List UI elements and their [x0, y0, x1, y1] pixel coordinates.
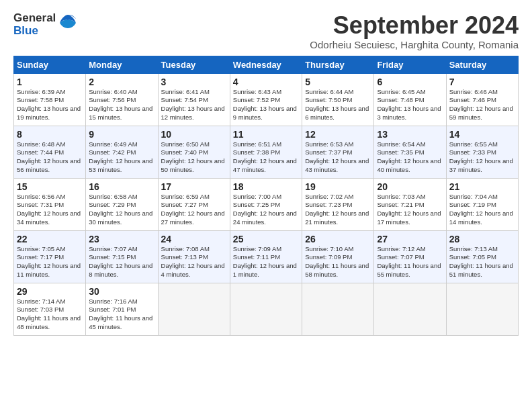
day-info: Sunrise: 7:13 AMSunset: 7:05 PMDaylight:… [449, 245, 513, 278]
day-number: 3 [161, 77, 227, 87]
table-row: 21 Sunrise: 7:04 AMSunset: 7:19 PMDaylig… [446, 178, 518, 230]
table-row: 1 Sunrise: 6:39 AMSunset: 7:58 PMDayligh… [14, 73, 86, 126]
day-info: Sunrise: 6:45 AMSunset: 7:48 PMDaylight:… [377, 88, 441, 121]
week-row-1: 8 Sunrise: 6:48 AMSunset: 7:44 PMDayligh… [14, 126, 519, 178]
table-row: 26 Sunrise: 7:10 AMSunset: 7:09 PMDaylig… [302, 230, 374, 283]
logo-general: General [13, 12, 56, 25]
day-info: Sunrise: 7:10 AMSunset: 7:09 PMDaylight:… [305, 245, 369, 278]
day-info: Sunrise: 7:09 AMSunset: 7:11 PMDaylight:… [233, 245, 297, 278]
day-info: Sunrise: 6:58 AMSunset: 7:29 PMDaylight:… [89, 193, 152, 226]
day-number: 21 [449, 181, 515, 192]
table-row: 12 Sunrise: 6:53 AMSunset: 7:37 PMDaylig… [302, 126, 374, 178]
page: General Blue September 2024 Odorheiu Sec… [0, 0, 532, 342]
day-info: Sunrise: 6:54 AMSunset: 7:35 PMDaylight:… [377, 140, 441, 173]
table-row [302, 283, 374, 335]
table-row [158, 283, 230, 335]
day-number: 13 [377, 129, 443, 140]
day-number: 20 [377, 181, 443, 192]
table-row [374, 283, 446, 335]
month-title: September 2024 [310, 12, 519, 39]
table-row: 19 Sunrise: 7:02 AMSunset: 7:23 PMDaylig… [302, 178, 374, 230]
day-number: 17 [161, 181, 227, 192]
day-number: 6 [377, 77, 443, 87]
day-info: Sunrise: 7:02 AMSunset: 7:23 PMDaylight:… [305, 193, 369, 226]
col-saturday: Saturday [446, 56, 518, 73]
day-number: 2 [89, 77, 154, 87]
table-row: 5 Sunrise: 6:44 AMSunset: 7:50 PMDayligh… [302, 73, 374, 126]
day-number: 19 [305, 181, 371, 192]
logo-text: General Blue [13, 12, 56, 37]
day-info: Sunrise: 6:56 AMSunset: 7:31 PMDaylight:… [17, 193, 81, 226]
day-info: Sunrise: 7:14 AMSunset: 7:03 PMDaylight:… [17, 298, 81, 330]
day-number: 16 [89, 181, 154, 192]
day-number: 1 [17, 77, 83, 87]
table-row: 23 Sunrise: 7:07 AMSunset: 7:15 PMDaylig… [86, 230, 158, 283]
table-row: 24 Sunrise: 7:08 AMSunset: 7:13 PMDaylig… [158, 230, 230, 283]
table-row: 16 Sunrise: 6:58 AMSunset: 7:29 PMDaylig… [86, 178, 158, 230]
table-row: 29 Sunrise: 7:14 AMSunset: 7:03 PMDaylig… [14, 283, 86, 335]
table-row: 18 Sunrise: 7:00 AMSunset: 7:25 PMDaylig… [230, 178, 302, 230]
day-number: 11 [233, 129, 299, 140]
table-row: 30 Sunrise: 7:16 AMSunset: 7:01 PMDaylig… [86, 283, 158, 335]
table-row: 27 Sunrise: 7:12 AMSunset: 7:07 PMDaylig… [374, 230, 446, 283]
day-info: Sunrise: 6:55 AMSunset: 7:33 PMDaylight:… [449, 140, 513, 173]
day-number: 7 [449, 77, 515, 87]
day-info: Sunrise: 6:41 AMSunset: 7:54 PMDaylight:… [161, 88, 225, 121]
day-number: 29 [17, 286, 83, 297]
col-thursday: Thursday [302, 56, 374, 73]
day-info: Sunrise: 6:53 AMSunset: 7:37 PMDaylight:… [305, 140, 369, 173]
logo-blue: Blue [13, 25, 56, 38]
table-row: 22 Sunrise: 7:05 AMSunset: 7:17 PMDaylig… [14, 230, 86, 283]
table-row: 3 Sunrise: 6:41 AMSunset: 7:54 PMDayligh… [158, 73, 230, 126]
day-info: Sunrise: 6:46 AMSunset: 7:46 PMDaylight:… [449, 88, 513, 121]
day-number: 4 [233, 77, 299, 87]
col-friday: Friday [374, 56, 446, 73]
day-info: Sunrise: 6:49 AMSunset: 7:42 PMDaylight:… [89, 140, 152, 173]
title-block: September 2024 Odorheiu Secuiesc, Harghi… [310, 12, 519, 50]
day-info: Sunrise: 7:03 AMSunset: 7:21 PMDaylight:… [377, 193, 441, 226]
day-number: 30 [89, 286, 154, 297]
table-row: 15 Sunrise: 6:56 AMSunset: 7:31 PMDaylig… [14, 178, 86, 230]
day-number: 9 [89, 129, 154, 140]
week-row-2: 15 Sunrise: 6:56 AMSunset: 7:31 PMDaylig… [14, 178, 519, 230]
table-row [230, 283, 302, 335]
day-number: 28 [449, 234, 515, 244]
day-info: Sunrise: 6:44 AMSunset: 7:50 PMDaylight:… [305, 88, 369, 121]
table-row: 4 Sunrise: 6:43 AMSunset: 7:52 PMDayligh… [230, 73, 302, 126]
header-row: Sunday Monday Tuesday Wednesday Thursday… [14, 56, 519, 73]
day-number: 12 [305, 129, 371, 140]
table-row [446, 283, 518, 335]
week-row-0: 1 Sunrise: 6:39 AMSunset: 7:58 PMDayligh… [14, 73, 519, 126]
day-number: 22 [17, 234, 83, 244]
col-sunday: Sunday [14, 56, 86, 73]
day-info: Sunrise: 7:12 AMSunset: 7:07 PMDaylight:… [377, 245, 441, 278]
day-info: Sunrise: 7:00 AMSunset: 7:25 PMDaylight:… [233, 193, 297, 226]
calendar-table: Sunday Monday Tuesday Wednesday Thursday… [13, 56, 519, 336]
table-row: 8 Sunrise: 6:48 AMSunset: 7:44 PMDayligh… [14, 126, 86, 178]
day-info: Sunrise: 7:07 AMSunset: 7:15 PMDaylight:… [89, 245, 152, 278]
table-row: 7 Sunrise: 6:46 AMSunset: 7:46 PMDayligh… [446, 73, 518, 126]
table-row: 9 Sunrise: 6:49 AMSunset: 7:42 PMDayligh… [86, 126, 158, 178]
header: General Blue September 2024 Odorheiu Sec… [13, 12, 519, 50]
col-wednesday: Wednesday [230, 56, 302, 73]
col-monday: Monday [86, 56, 158, 73]
day-info: Sunrise: 6:48 AMSunset: 7:44 PMDaylight:… [17, 140, 81, 173]
day-number: 18 [233, 181, 299, 192]
day-number: 8 [17, 129, 83, 140]
location-title: Odorheiu Secuiesc, Harghita County, Roma… [310, 39, 519, 50]
day-info: Sunrise: 7:05 AMSunset: 7:17 PMDaylight:… [17, 245, 81, 278]
table-row: 28 Sunrise: 7:13 AMSunset: 7:05 PMDaylig… [446, 230, 518, 283]
logo: General Blue [13, 12, 77, 37]
day-info: Sunrise: 6:43 AMSunset: 7:52 PMDaylight:… [233, 88, 297, 121]
table-row: 6 Sunrise: 6:45 AMSunset: 7:48 PMDayligh… [374, 73, 446, 126]
table-row: 13 Sunrise: 6:54 AMSunset: 7:35 PMDaylig… [374, 126, 446, 178]
day-number: 14 [449, 129, 515, 140]
table-row: 25 Sunrise: 7:09 AMSunset: 7:11 PMDaylig… [230, 230, 302, 283]
day-info: Sunrise: 6:59 AMSunset: 7:27 PMDaylight:… [161, 193, 225, 226]
day-info: Sunrise: 6:39 AMSunset: 7:58 PMDaylight:… [17, 88, 81, 121]
table-row: 2 Sunrise: 6:40 AMSunset: 7:56 PMDayligh… [86, 73, 158, 126]
day-number: 5 [305, 77, 371, 87]
table-row: 17 Sunrise: 6:59 AMSunset: 7:27 PMDaylig… [158, 178, 230, 230]
day-number: 23 [89, 234, 154, 244]
table-row: 14 Sunrise: 6:55 AMSunset: 7:33 PMDaylig… [446, 126, 518, 178]
